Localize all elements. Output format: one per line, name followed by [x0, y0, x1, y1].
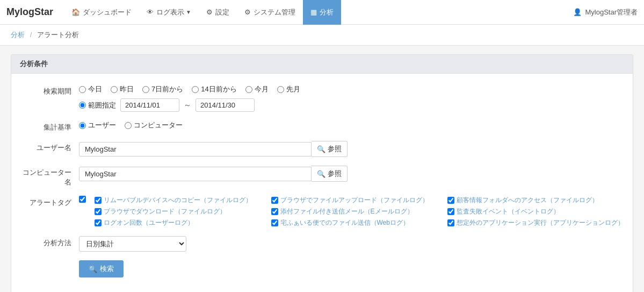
- panel-body: 検索期間 今日 昨日 7日前から: [11, 74, 633, 292]
- analysis-panel: 分析条件 検索期間 今日 昨日: [11, 54, 633, 292]
- nav-item-system-admin[interactable]: ⚙ システム管理: [237, 0, 303, 25]
- tag-item-4[interactable]: 添付ファイル付き送信メール（Eメールログ）: [271, 207, 444, 216]
- tag-item-2[interactable]: 顧客情報フォルダへのアクセス（ファイルログ）: [447, 196, 624, 205]
- search-button[interactable]: 🔍 検索: [79, 260, 124, 277]
- username-ref-button[interactable]: 🔍 参照: [312, 141, 348, 157]
- tag-item-8[interactable]: 想定外のアプリケーション実行（アプリケーションログ）: [447, 218, 624, 227]
- date-tilde: ～: [184, 101, 191, 110]
- method-controls: 日別集計 ユーザー別集計 コンピューター別集計: [79, 236, 624, 252]
- breadcrumb-separator: /: [30, 31, 32, 39]
- tag-link-1[interactable]: ブラウザでファイルアップロード（ファイルログ）: [280, 196, 429, 205]
- tag-checkbox-6[interactable]: [95, 219, 102, 226]
- tag-checkbox-5[interactable]: [447, 208, 454, 215]
- aggregate-radio-user[interactable]: [79, 122, 86, 129]
- tag-item-3[interactable]: ブラウザでダウンロード（ファイルログ）: [95, 207, 267, 216]
- period-radio-last-month[interactable]: [277, 86, 284, 93]
- period-radio-7days[interactable]: [142, 86, 149, 93]
- tag-grid: リムーバブルデバイスへのコピー（ファイルログ） ブラウザでファイルアップロード（…: [95, 196, 624, 227]
- method-row: 分析方法 日別集計 ユーザー別集計 コンピューター別集計: [20, 236, 624, 252]
- aggregate-row: 集計基準 ユーザー コンピューター: [20, 120, 624, 132]
- tag-link-0[interactable]: リムーバブルデバイスへのコピー（ファイルログ）: [104, 196, 252, 205]
- period-option-today[interactable]: 今日: [79, 84, 102, 94]
- tag-checkbox-2[interactable]: [447, 197, 454, 204]
- eye-icon: 👁: [147, 8, 154, 16]
- aggregate-controls: ユーザー コンピューター: [79, 120, 624, 130]
- tag-item-1[interactable]: ブラウザでファイルアップロード（ファイルログ）: [271, 196, 444, 205]
- period-radio-range[interactable]: [79, 102, 86, 109]
- breadcrumb: 分析 / アラート分析: [0, 25, 644, 46]
- tag-checkbox-4[interactable]: [271, 208, 278, 215]
- period-option-last-month[interactable]: 先月: [277, 84, 300, 94]
- main-content: 分析条件 検索期間 今日 昨日: [0, 46, 644, 292]
- tag-checkbox-3[interactable]: [95, 208, 102, 215]
- aggregate-option-user[interactable]: ユーザー: [79, 120, 116, 130]
- nav-item-settings[interactable]: ⚙ 設定: [199, 0, 237, 25]
- period-radio-14days[interactable]: [192, 86, 199, 93]
- username-input-group: 🔍 参照: [79, 141, 348, 157]
- alert-tag-main-checkbox-label[interactable]: [79, 196, 86, 203]
- period-radio-yesterday[interactable]: [111, 86, 118, 93]
- alert-tag-row: アラートタグ リムーバブルデバイスへのコピー（ファイルログ）: [20, 196, 624, 227]
- username-label: ユーザー名: [20, 141, 79, 153]
- tag-checkbox-7[interactable]: [271, 219, 278, 226]
- alert-tag-controls: リムーバブルデバイスへのコピー（ファイルログ） ブラウザでファイルアップロード（…: [79, 196, 624, 227]
- breadcrumb-parent[interactable]: 分析: [11, 31, 25, 39]
- period-radio-this-month[interactable]: [245, 86, 252, 93]
- chevron-down-icon: ▼: [186, 9, 191, 15]
- tag-link-3[interactable]: ブラウザでダウンロード（ファイルログ）: [104, 207, 226, 216]
- username-display: MylogStar管理者: [585, 8, 638, 17]
- method-label: 分析方法: [20, 236, 79, 248]
- tag-checkbox-0[interactable]: [95, 197, 102, 204]
- date-from-input[interactable]: [120, 98, 179, 112]
- username-input[interactable]: [79, 142, 312, 156]
- computer-input[interactable]: [79, 167, 312, 181]
- app-brand: MylogStar: [6, 6, 53, 18]
- tag-checkbox-1[interactable]: [271, 197, 278, 204]
- tag-item-5[interactable]: 監査失敗イベント（イベントログ）: [447, 207, 624, 216]
- panel-header: 分析条件: [11, 55, 633, 74]
- alert-tag-main-checkbox[interactable]: [79, 196, 86, 203]
- username-row: ユーザー名 🔍 参照: [20, 141, 624, 157]
- aggregate-radio-computer[interactable]: [125, 122, 132, 129]
- nav-item-log-view[interactable]: 👁 ログ表示 ▼: [139, 0, 199, 25]
- tag-link-4[interactable]: 添付ファイル付き送信メール（Eメールログ）: [280, 207, 414, 216]
- period-radio-today[interactable]: [79, 86, 86, 93]
- alert-tag-outer: リムーバブルデバイスへのコピー（ファイルログ） ブラウザでファイルアップロード（…: [79, 196, 624, 227]
- computer-input-group: 🔍 参照: [79, 166, 348, 182]
- search-period-row: 検索期間 今日 昨日 7日前から: [20, 84, 624, 112]
- tag-link-2[interactable]: 顧客情報フォルダへのアクセス（ファイルログ）: [457, 196, 598, 205]
- tag-link-6[interactable]: ログオン回数（ユーザーログ）: [104, 218, 194, 227]
- search-button-row: 🔍 検索: [20, 260, 624, 277]
- tag-link-5[interactable]: 監査失敗イベント（イベントログ）: [457, 207, 560, 216]
- date-to-input[interactable]: [196, 98, 255, 112]
- tag-item-6[interactable]: ログオン回数（ユーザーログ）: [95, 218, 267, 227]
- period-option-yesterday[interactable]: 昨日: [111, 84, 134, 94]
- search3-icon: 🔍: [89, 265, 97, 273]
- tag-item-7[interactable]: 宅ふぁいる便でのファイル送信（Webログ）: [271, 218, 444, 227]
- period-option-range[interactable]: 範囲指定: [79, 101, 116, 110]
- breadcrumb-current: アラート分析: [37, 31, 79, 39]
- method-select[interactable]: 日別集計 ユーザー別集計 コンピューター別集計: [79, 236, 186, 252]
- search-icon: 🔍: [317, 145, 325, 153]
- user-menu[interactable]: 👤 MylogStar管理者: [573, 8, 638, 17]
- nav-item-analysis[interactable]: ▦ 分析: [303, 0, 341, 25]
- period-option-7days[interactable]: 7日前から: [142, 84, 183, 94]
- tag-link-7[interactable]: 宅ふぁいる便でのファイル送信（Webログ）: [280, 218, 409, 227]
- period-option-14days[interactable]: 14日前から: [192, 84, 236, 94]
- tag-checkbox-8[interactable]: [447, 219, 454, 226]
- period-option-this-month[interactable]: 今月: [245, 84, 269, 94]
- computer-controls: 🔍 参照: [79, 166, 624, 182]
- aggregate-option-computer[interactable]: コンピューター: [125, 120, 183, 130]
- nav-item-dashboard[interactable]: 🏠 ダッシュボード: [64, 0, 139, 25]
- username-controls: 🔍 参照: [79, 141, 624, 157]
- tag-item-0[interactable]: リムーバブルデバイスへのコピー（ファイルログ）: [95, 196, 267, 205]
- nav-items: 🏠 ダッシュボード 👁 ログ表示 ▼ ⚙ 設定 ⚙ システム管理 ▦ 分析: [64, 0, 573, 25]
- chart-icon: ▦: [310, 8, 317, 16]
- computer-label: コンピューター名: [20, 166, 79, 187]
- gear-icon: ⚙: [206, 8, 213, 16]
- tag-link-8[interactable]: 想定外のアプリケーション実行（アプリケーションログ）: [457, 218, 624, 227]
- gear2-icon: ⚙: [244, 8, 251, 16]
- computer-ref-button[interactable]: 🔍 参照: [312, 166, 348, 182]
- navbar: MylogStar 🏠 ダッシュボード 👁 ログ表示 ▼ ⚙ 設定 ⚙ システム…: [0, 0, 644, 25]
- alert-tag-label: アラートタグ: [20, 196, 79, 208]
